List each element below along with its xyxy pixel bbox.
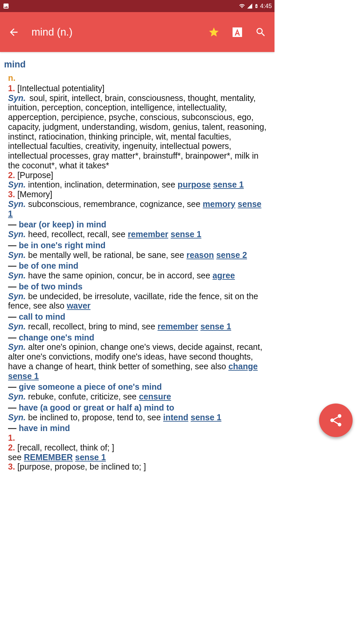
idiom-have-in-mind: — have in mind: [8, 423, 266, 433]
syn-text: rebuke, confute, criticize, see: [26, 392, 139, 401]
syn-text: be mentally well, be rational, be sane, …: [26, 250, 186, 260]
link-sense[interactable]: sense 1: [200, 322, 231, 331]
syn-text: intention, inclination, determination, s…: [28, 180, 178, 189]
sense-gloss: [Purpose]: [17, 170, 53, 180]
idiom: — call to mindSyn. recall, recollect, br…: [8, 312, 266, 331]
sense-gloss: [Intellectual potentiality]: [17, 84, 105, 93]
link-sense[interactable]: sense 1: [171, 229, 201, 239]
search-icon: [255, 26, 266, 38]
sense-1: 1. [Intellectual potentiality] Syn. soul…: [8, 84, 266, 170]
idiom-head[interactable]: be in one's right mind: [19, 240, 106, 250]
link-sense[interactable]: sense 1: [8, 371, 39, 381]
idiom-head[interactable]: have in mind: [19, 423, 70, 433]
syn-text: subconscious, remembrance, cognizance, s…: [28, 199, 203, 209]
sense-gloss: [recall, recollect, think of; ]: [17, 443, 114, 452]
app-bar: mind (n.): [0, 12, 275, 52]
dash-icon: —: [8, 423, 19, 433]
link-word[interactable]: remember: [158, 322, 198, 331]
battery-charging-icon: [254, 3, 259, 9]
sense-number: 1.: [8, 84, 15, 93]
syn-label: Syn.: [8, 291, 26, 301]
status-left: [3, 3, 9, 9]
idiom: — be of two mindsSyn. be undecided, be i…: [8, 282, 266, 311]
syn-label: Syn.: [8, 93, 26, 103]
link-purpose[interactable]: purpose: [178, 180, 211, 189]
idiom-head[interactable]: have (a good or great or half a) mind to: [19, 403, 174, 412]
syn-text: alter one's opinion, change one's views,…: [8, 342, 262, 371]
idiom: — be of one mindSyn. have the same opini…: [8, 261, 266, 280]
link-sense[interactable]: sense 1: [191, 413, 222, 422]
link-word[interactable]: reason: [186, 250, 214, 260]
link-memory[interactable]: memory: [203, 199, 235, 209]
status-bar: 4:45: [0, 0, 275, 12]
signal-icon: [247, 3, 253, 9]
sense-number: 3.: [8, 462, 15, 471]
syn-label: Syn.: [8, 322, 26, 331]
syn-text: heed, recollect, recall, see: [26, 229, 128, 239]
link-word[interactable]: remember: [128, 229, 168, 239]
link-word[interactable]: intend: [163, 413, 188, 422]
idiom-head[interactable]: call to mind: [19, 312, 65, 321]
syn-label: Syn.: [8, 229, 26, 239]
link-sense[interactable]: sense 1: [75, 452, 106, 462]
dash-icon: —: [8, 282, 19, 291]
link-remember[interactable]: REMEMBER: [24, 452, 73, 462]
search-button[interactable]: [255, 26, 266, 38]
see-text: see: [8, 452, 24, 462]
link-word[interactable]: censure: [139, 392, 171, 401]
font-icon: [232, 26, 243, 38]
syn-text: be undecided, be irresolute, vacillate, …: [8, 291, 258, 311]
syn-label: Syn.: [8, 250, 26, 260]
sense-gloss: [purpose, propose, be inclined to; ]: [17, 462, 146, 471]
idiom: — bear (or keep) in mindSyn. heed, recol…: [8, 220, 266, 239]
favorite-button[interactable]: [208, 26, 220, 38]
arrow-back-icon: [8, 26, 19, 38]
link-sense[interactable]: sense 2: [216, 250, 247, 260]
syn-label: Syn.: [8, 413, 26, 422]
idiom-head[interactable]: be of one mind: [19, 261, 78, 270]
have-in-mind-1: 1.: [8, 433, 266, 443]
dash-icon: —: [8, 333, 19, 342]
dash-icon: —: [8, 220, 19, 229]
image-icon: [3, 3, 9, 9]
idiom-head[interactable]: change one's mind: [19, 333, 94, 342]
wifi-icon: [239, 3, 245, 9]
headword: mind: [4, 59, 270, 70]
idiom: — change one's mindSyn. alter one's opin…: [8, 333, 266, 381]
back-button[interactable]: [8, 26, 19, 38]
have-in-mind-3: 3. [purpose, propose, be inclined to; ]: [8, 462, 266, 472]
link-word[interactable]: change: [228, 362, 258, 371]
dash-icon: —: [8, 403, 19, 412]
sense-2: 2. [Purpose] Syn. intention, inclination…: [8, 170, 266, 190]
font-button[interactable]: [232, 26, 243, 38]
star-icon: [208, 26, 220, 38]
idiom-head[interactable]: give someone a piece of one's mind: [19, 382, 162, 391]
sense-3: 3. [Memory] Syn. subconscious, remembran…: [8, 190, 266, 218]
link-word[interactable]: waver: [67, 301, 90, 310]
syn-label: Syn.: [8, 271, 26, 280]
link-word[interactable]: agree: [213, 271, 235, 280]
sense-number: 3.: [8, 190, 15, 199]
page-title: mind (n.): [32, 26, 196, 38]
syn-label: Syn.: [8, 180, 26, 189]
link-sense[interactable]: sense 1: [213, 180, 244, 189]
status-time: 4:45: [260, 3, 272, 10]
idiom: — give someone a piece of one's mindSyn.…: [8, 382, 266, 401]
part-of-speech: n.: [8, 73, 270, 83]
idiom-head[interactable]: bear (or keep) in mind: [19, 220, 106, 229]
syn-text: be inclined to, propose, tend to, see: [26, 413, 163, 422]
idiom-head[interactable]: be of two minds: [19, 282, 82, 291]
entry-content: mind n. 1. [Intellectual potentiality] S…: [0, 52, 275, 505]
syn-text: have the same opinion, concur, be in acc…: [26, 271, 213, 280]
sense-gloss: [Memory]: [17, 190, 52, 199]
dash-icon: —: [8, 240, 19, 250]
idiom: — be in one's right mindSyn. be mentally…: [8, 240, 266, 260]
status-right: 4:45: [239, 3, 272, 10]
syn-text: recall, recollect, bring to mind, see: [26, 322, 158, 331]
sense-number: 1.: [8, 433, 15, 442]
syn-text: soul, spirit, intellect, brain, consciou…: [8, 93, 266, 170]
have-in-mind-2: 2. [recall, recollect, think of; ] see R…: [8, 443, 266, 462]
sense-number: 2.: [8, 443, 15, 452]
dash-icon: —: [8, 261, 19, 270]
dash-icon: —: [8, 312, 19, 321]
